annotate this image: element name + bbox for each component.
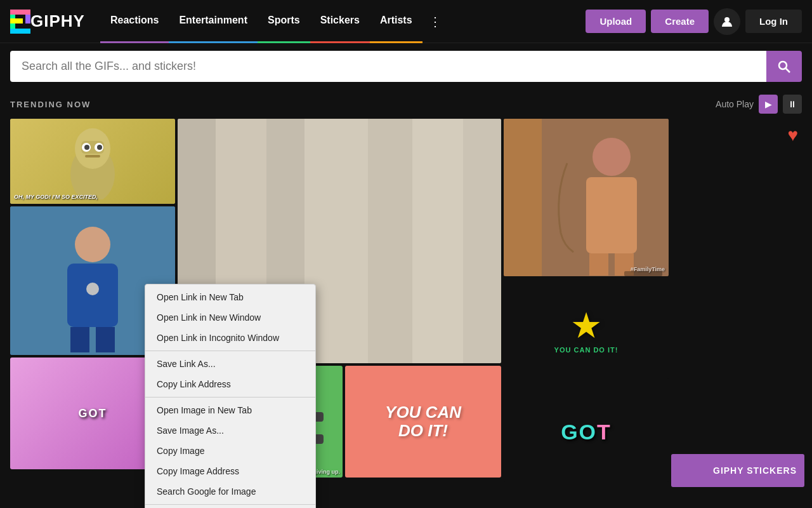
svg-rect-4 <box>10 18 23 23</box>
svg-rect-20 <box>96 327 115 352</box>
context-separator-1 <box>145 351 315 351</box>
youcando-content: YOU CANDO IT! <box>345 366 501 478</box>
gif-stickers-panel[interactable]: ♥ <box>671 119 804 451</box>
search-input[interactable] <box>10 51 766 82</box>
stickers-badge[interactable]: GIPHY STICKERS <box>671 454 804 487</box>
svg-point-13 <box>84 145 89 150</box>
context-open-new-tab[interactable]: Open Link in New Tab <box>145 287 315 307</box>
got-pink: T <box>597 420 612 444</box>
nav-item-sports[interactable]: Sports <box>258 0 310 43</box>
bender-content: OH, MY GOD! I'M SO EXCITED, <box>10 119 175 204</box>
trending-label: TRENDING NOW <box>10 100 91 109</box>
search-bar <box>10 51 802 82</box>
woman-illustration <box>504 119 669 276</box>
gif-grid: OH, MY GOD! I'M SO EXCITED, GOT <box>0 119 812 487</box>
logo[interactable]: GIPHY <box>10 10 85 34</box>
col-far-right: ♥ GIPHY STICKERS <box>671 119 804 487</box>
bender-caption: OH, MY GOD! I'M SO EXCITED, <box>14 194 98 200</box>
context-save-image[interactable]: Save Image As... <box>145 420 315 441</box>
star-content: ★ YOU CAN DO IT! <box>504 279 669 379</box>
nav-item-entertainment[interactable]: Entertainment <box>169 0 258 43</box>
context-search-google[interactable]: Search Google for Image <box>145 481 315 502</box>
stickers-label: GIPHY STICKERS <box>713 465 797 476</box>
context-copy-link[interactable]: Copy Link Address <box>145 374 315 394</box>
svg-rect-27 <box>368 119 412 363</box>
svg-line-7 <box>786 68 790 72</box>
svg-rect-15 <box>85 155 100 157</box>
dancer-caption: GOT <box>79 407 107 420</box>
familytime-caption: #FamilyTime <box>631 266 665 272</box>
header-actions: Upload Create Log In <box>586 8 802 35</box>
user-icon-button[interactable] <box>714 8 740 35</box>
main-nav: Reactions Entertainment Sports Stickers … <box>100 0 586 43</box>
star-shape: ★ <box>570 305 602 346</box>
col-right: #FamilyTime ★ YOU CAN DO IT! GOT <box>504 119 669 487</box>
svg-point-21 <box>86 283 99 295</box>
login-button[interactable]: Log In <box>745 10 802 33</box>
gif-got-right[interactable]: GOT <box>504 382 669 482</box>
context-separator-3 <box>145 504 315 505</box>
trending-header: TRENDING NOW Auto Play ▶ ⏸ <box>0 90 812 119</box>
gif-woman[interactable]: #FamilyTime <box>504 119 669 276</box>
svg-rect-42 <box>586 177 637 253</box>
nav-more-icon[interactable]: ⋮ <box>422 14 448 29</box>
svg-rect-29 <box>463 119 501 363</box>
svg-point-5 <box>724 17 730 22</box>
gif-bender[interactable]: OH, MY GOD! I'M SO EXCITED, <box>10 119 175 204</box>
svg-point-6 <box>779 62 787 69</box>
svg-point-41 <box>593 138 631 176</box>
svg-point-17 <box>75 227 110 262</box>
got-right-text: GOT <box>561 420 612 444</box>
context-save-link[interactable]: Save Link As... <box>145 354 315 374</box>
pause-button[interactable]: ⏸ <box>783 95 802 114</box>
context-separator-2 <box>145 397 315 398</box>
context-copy-image[interactable]: Copy Image <box>145 441 315 461</box>
svg-rect-2 <box>25 15 30 23</box>
svg-point-14 <box>97 145 102 150</box>
nav-item-stickers[interactable]: Stickers <box>310 0 370 43</box>
search-icon <box>777 60 791 74</box>
context-open-incognito[interactable]: Open Link in Incognito Window <box>145 328 315 348</box>
logo-icon <box>10 10 30 34</box>
svg-rect-19 <box>70 327 89 352</box>
search-button[interactable] <box>766 51 802 82</box>
context-open-new-window[interactable]: Open Link in New Window <box>145 307 315 328</box>
autoplay-area: Auto Play ▶ ⏸ <box>716 95 802 114</box>
svg-rect-3 <box>10 29 30 34</box>
bender-illustration <box>55 123 131 199</box>
svg-rect-40 <box>504 119 542 276</box>
user-icon <box>721 15 733 28</box>
gif-youcando[interactable]: YOU CANDO IT! <box>345 366 501 478</box>
youcandoit-text: YOU CAN DO IT! <box>554 346 619 354</box>
nav-item-reactions[interactable]: Reactions <box>100 0 169 43</box>
svg-rect-28 <box>412 119 463 363</box>
play-button[interactable]: ▶ <box>759 95 778 114</box>
autoplay-label: Auto Play <box>716 99 754 109</box>
upload-button[interactable]: Upload <box>586 10 646 33</box>
logo-text: GIPHY <box>30 11 85 31</box>
star-layout: ★ YOU CAN DO IT! <box>504 279 669 379</box>
got-cyan: GO <box>561 420 597 444</box>
got-right-content: GOT <box>504 382 669 482</box>
youcando-text: YOU CANDO IT! <box>385 403 461 439</box>
gif-youcanstar[interactable]: ★ YOU CAN DO IT! <box>504 279 669 379</box>
context-menu: Open Link in New Tab Open Link in New Wi… <box>145 284 316 508</box>
context-copy-image-address[interactable]: Copy Image Address <box>145 461 315 481</box>
create-button[interactable]: Create <box>651 10 709 33</box>
woman-content: #FamilyTime <box>504 119 669 276</box>
nav-item-artists[interactable]: Artists <box>370 0 422 43</box>
heart-icon: ♥ <box>787 125 798 145</box>
svg-rect-1 <box>10 10 30 15</box>
header: GIPHY Reactions Entertainment Sports Sti… <box>0 0 812 43</box>
svg-rect-43 <box>589 253 608 276</box>
context-open-image-new-tab[interactable]: Open Image in New Tab <box>145 400 315 420</box>
search-area <box>0 43 812 90</box>
